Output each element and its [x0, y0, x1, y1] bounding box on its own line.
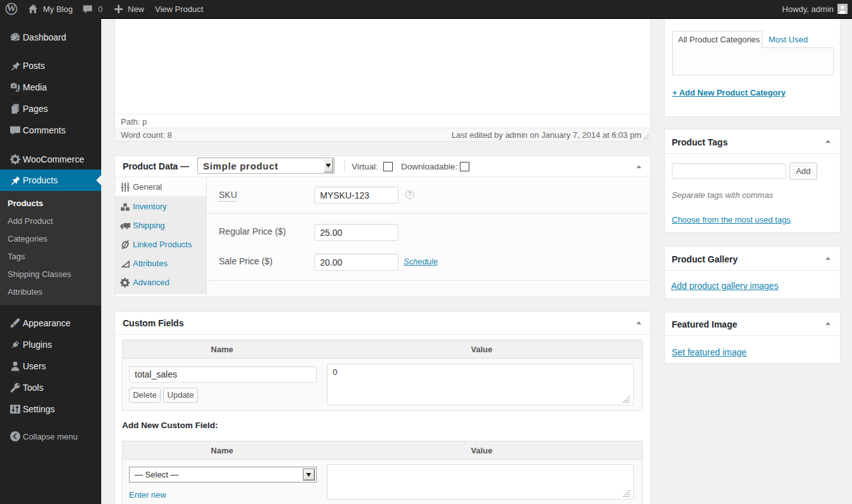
svg-text:W: W	[7, 3, 16, 13]
